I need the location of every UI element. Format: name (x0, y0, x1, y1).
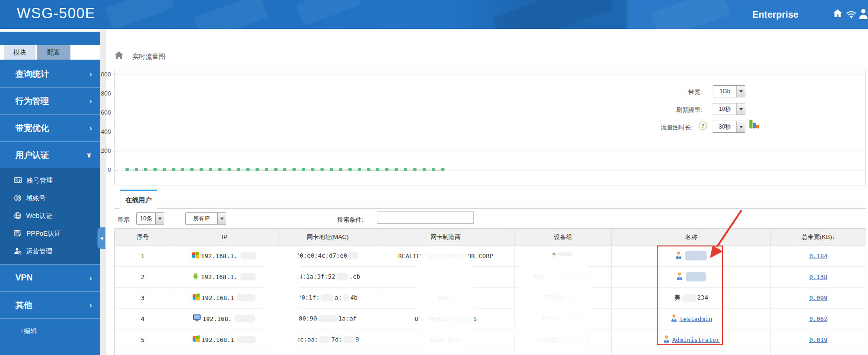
chevron-right-icon: › (90, 301, 92, 309)
data-point (348, 168, 352, 171)
top-header: WSG-500E Enterprise (0, 0, 868, 29)
data-point (228, 168, 231, 171)
axis-tick (115, 132, 118, 132)
redaction (343, 336, 354, 343)
col-header-mac[interactable]: 网卡地址(MAC) (278, 229, 377, 246)
table-row: 2 192.168.1. d4:1a:3f:52.cb R&D - 0.138 (115, 266, 866, 287)
help-icon[interactable]: ? (699, 122, 707, 130)
data-point (423, 168, 426, 171)
duration-select[interactable]: 30秒 (713, 121, 745, 133)
redaction (240, 252, 256, 259)
dropdown-arrow-icon[interactable] (736, 86, 745, 97)
domain-account-icon (14, 194, 21, 203)
sidebar-edit-button[interactable]: +编辑 (0, 319, 100, 335)
user-link[interactable]: Administrator (672, 336, 720, 343)
redaction (320, 294, 333, 301)
refresh-rate-value: 10秒 (713, 103, 736, 115)
dropdown-arrow-icon[interactable] (736, 103, 745, 115)
breadcrumb: 实时流量图 (132, 53, 165, 61)
sidebar-item-bandwidth-opt[interactable]: 带宽优化 › (0, 115, 100, 142)
data-point (320, 168, 324, 171)
bandwidth-link[interactable]: 0.019 (809, 336, 827, 343)
breadcrumb-home-icon[interactable] (115, 51, 123, 61)
traffic-line-dots (125, 168, 444, 171)
page-size-select[interactable]: 10条 (136, 212, 164, 225)
table-row: 3 192.168.1 f0:1f:a:4b Dell 市场部 美234 0.0… (115, 287, 866, 308)
data-point (330, 168, 333, 171)
y-axis-tick-label: 600 (89, 109, 111, 116)
bandwidth-select[interactable]: 1Gb (713, 85, 745, 97)
data-point (404, 168, 407, 171)
bandwidth-link[interactable]: 0.184 (809, 253, 827, 259)
wifi-icon[interactable] (846, 9, 858, 21)
sidebar-item-other[interactable]: 其他 › (0, 292, 100, 319)
bandwidth-link[interactable]: 0.138 (809, 273, 827, 280)
table-row: 6 192.168.1.6 6a:52:72:3:e4 Servers - 1 … (115, 350, 866, 355)
col-header-index[interactable]: 序号 (115, 229, 171, 246)
cell-mac: fc:aa: (296, 336, 318, 343)
cell-mac: d4:1a:3f:52 (295, 273, 335, 280)
redaction (237, 336, 256, 343)
dropdown-arrow-icon[interactable] (736, 121, 745, 132)
person-icon (663, 335, 670, 344)
gridline (115, 113, 865, 113)
app-window: WSG-500E Enterprise 模块 配置 查询统计 › 行为管理 › (0, 0, 868, 355)
sidebar-item-domain-account[interactable]: 域账号 (0, 190, 100, 207)
cell-mac: 00:e0:4c:d7:e0 (296, 252, 347, 259)
bandwidth-link[interactable]: 0.062 (809, 315, 827, 322)
sidebar-item-vpn[interactable]: VPN › (0, 264, 100, 292)
sidebar-item-operation-mgmt[interactable]: 运营管理 (0, 243, 100, 260)
col-header-group[interactable]: 设备组 (514, 229, 612, 246)
redaction (343, 294, 349, 301)
axis-tick (115, 170, 118, 171)
sidebar-item-web-auth[interactable]: Web认证 (0, 207, 100, 225)
redaction (235, 315, 255, 322)
search-label: 搜索条件: (337, 216, 363, 224)
chevron-right-icon: › (90, 274, 92, 282)
gridline (115, 132, 865, 132)
tab-config[interactable]: 配置 (37, 45, 70, 60)
cell-name: 234 (697, 294, 708, 301)
col-header-bandwidth[interactable]: 总带宽(KB)↓ (771, 229, 866, 246)
sidebar-item-user-auth[interactable]: 用户认证 ∨ (0, 142, 100, 168)
sidebar-collapse-handle[interactable]: ◀ (97, 227, 105, 249)
col-header-ip[interactable]: IP (171, 229, 278, 246)
sidebar-item-pppoe-auth[interactable]: PPPoE认证 (0, 225, 100, 243)
sidebar-item-query-stats[interactable]: 查询统计 › (0, 61, 100, 88)
sidebar-item-account-mgmt[interactable]: 账号管理 (0, 172, 100, 190)
data-point (125, 168, 129, 171)
data-point (367, 168, 370, 171)
user-link[interactable]: testadmin (680, 315, 712, 322)
data-point (432, 168, 435, 171)
table-row: 4 192.168. 00:901a:af ONE WORLD SYSTEMS … (115, 308, 866, 329)
data-point (302, 168, 305, 171)
sidebar-item-label: 其他 (15, 300, 32, 311)
col-header-name[interactable]: 名称 (612, 229, 771, 246)
y-axis-tick-label: 0 (89, 166, 111, 173)
sidebar-item-label: VPN (15, 273, 33, 283)
data-point (153, 168, 157, 171)
id-card-icon (14, 177, 22, 185)
data-point (200, 168, 203, 171)
gridline (115, 151, 865, 151)
tab-online-users[interactable]: 在线用户 (120, 190, 157, 209)
sidebar-gutter (100, 29, 106, 355)
bandwidth-link[interactable]: 0.099 (809, 294, 827, 301)
user-icon[interactable] (858, 8, 868, 20)
home-icon[interactable] (832, 8, 844, 20)
bandwidth-label: 带宽: (634, 88, 702, 96)
ip-filter-select[interactable]: 所有IP (185, 212, 226, 225)
tab-modules[interactable]: 模块 (4, 45, 35, 60)
sidebar-item-behavior-mgmt[interactable]: 行为管理 › (0, 88, 100, 115)
sidebar-item-label: 行为管理 (15, 96, 49, 107)
search-input[interactable] (377, 212, 474, 224)
cell-mac: f0:1f: (298, 294, 319, 301)
refresh-rate-select[interactable]: 10秒 (713, 103, 745, 115)
operator-icon (14, 247, 21, 256)
android-icon (192, 273, 199, 281)
header-texture (493, 0, 613, 29)
dropdown-arrow-icon[interactable] (217, 213, 226, 224)
dropdown-arrow-icon[interactable] (155, 213, 164, 224)
bar-chart-icon[interactable] (749, 119, 759, 131)
col-header-vendor[interactable]: 网卡制造商 (377, 229, 514, 246)
